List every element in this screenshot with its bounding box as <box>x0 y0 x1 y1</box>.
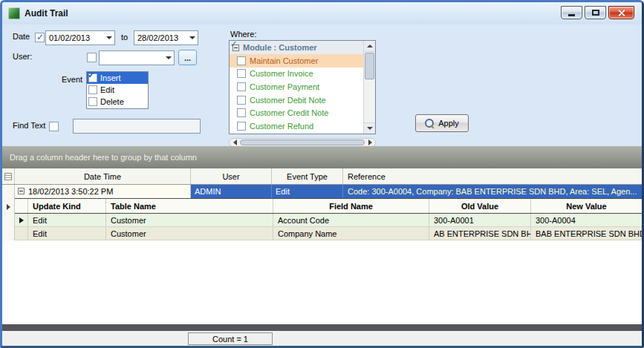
checkbox[interactable] <box>88 85 97 94</box>
detail-header-row: Update Kind Table Name Field Name Old Va… <box>15 198 642 214</box>
detail-grid: Update Kind Table Name Field Name Old Va… <box>15 198 642 240</box>
table-row[interactable]: Edit Customer Account Code 300-A0001 300… <box>15 214 642 227</box>
new-value-cell: 300-A0004 <box>531 214 642 226</box>
update-kind-cell: Edit <box>28 227 106 240</box>
checkbox[interactable] <box>88 97 97 106</box>
checkbox[interactable] <box>237 122 246 131</box>
scrollbar-thumb[interactable] <box>240 139 365 145</box>
old-value-cell: AB ENTERPRISE SDN BHD <box>429 227 531 240</box>
date-from-dropdown[interactable]: 01/02/2013 <box>45 30 115 45</box>
user-dropdown[interactable] <box>99 50 175 65</box>
detail-column-update-kind[interactable]: Update Kind <box>28 199 106 213</box>
where-list: Module : Customer Maintain Customer Cust… <box>229 40 376 134</box>
title-bar[interactable]: Audit Trail <box>2 2 642 24</box>
scroll-right-icon[interactable] <box>365 139 375 146</box>
user-checkbox[interactable] <box>87 53 97 62</box>
where-item[interactable]: Customer Debit Note <box>230 93 363 107</box>
group-by-text: Drag a column header here to group by th… <box>10 153 197 162</box>
checkbox[interactable] <box>237 108 246 117</box>
search-icon <box>425 119 435 128</box>
reference-cell: Code: 300-A0004, Company: BAB ENTERPRISE… <box>343 185 642 198</box>
date-from-value: 01/02/2013 <box>49 33 90 42</box>
apply-button[interactable]: Apply <box>415 114 469 132</box>
detail-column-field-name[interactable]: Field Name <box>273 199 429 213</box>
collapse-row-icon[interactable] <box>18 188 25 194</box>
where-vertical-scrollbar[interactable] <box>363 41 375 134</box>
find-text-label: Find Text <box>13 121 45 130</box>
minimize-button[interactable] <box>561 6 582 19</box>
record-arrow-icon <box>19 217 24 223</box>
checkbox[interactable] <box>237 82 246 91</box>
row-indicator-cell <box>2 185 15 198</box>
where-item-label: Customer Debit Note <box>250 96 326 105</box>
old-value-cell: 300-A0001 <box>429 214 531 226</box>
where-item-label: Customer Payment <box>250 82 319 91</box>
window-controls <box>561 6 634 19</box>
date-time-cell: 18/02/2013 3:50:22 PM <box>15 185 191 198</box>
column-header-date-time[interactable]: Date Time <box>15 168 191 184</box>
detail-column-table-name[interactable]: Table Name <box>106 199 273 213</box>
event-item-insert[interactable]: Insert <box>87 72 148 84</box>
date-to-dropdown[interactable]: 28/02/2013 <box>134 30 198 45</box>
where-item[interactable]: Customer Credit Note <box>230 106 363 119</box>
table-row[interactable]: Edit Customer Company Name AB ENTERPRISE… <box>15 227 642 240</box>
chevron-down-icon <box>106 36 112 39</box>
update-kind-cell: Edit <box>28 214 106 226</box>
checkbox[interactable] <box>237 56 246 65</box>
to-label: to <box>121 33 128 42</box>
minimize-icon <box>568 14 575 16</box>
where-item-label: Customer Refund <box>250 122 313 131</box>
row-expanded-arrow-icon <box>7 204 10 210</box>
event-item-label: Delete <box>100 97 124 106</box>
where-item[interactable]: Customer Payment <box>230 80 363 93</box>
scroll-left-icon[interactable] <box>230 139 240 146</box>
detail-column-new-value[interactable]: New Value <box>531 199 642 213</box>
scroll-up-icon[interactable] <box>364 41 375 52</box>
field-name-cell: Company Name <box>273 227 429 240</box>
detail-column-old-value[interactable]: Old Value <box>429 199 531 213</box>
date-time-value: 18/02/2013 3:50:22 PM <box>28 187 113 196</box>
record-count: Count = 1 <box>188 332 273 345</box>
grid-header-row: Date Time User Event Type Reference <box>2 168 642 185</box>
date-checkbox[interactable] <box>35 33 45 42</box>
chevron-down-icon <box>166 56 172 59</box>
row-indicator-cell <box>15 227 28 240</box>
close-button[interactable] <box>608 6 634 19</box>
column-header-event-type[interactable]: Event Type <box>272 168 343 184</box>
where-group-header[interactable]: Module : Customer <box>230 41 363 54</box>
maximize-icon <box>592 10 599 16</box>
column-header-reference[interactable]: Reference <box>343 168 642 184</box>
group-by-bar[interactable]: Drag a column header here to group by th… <box>2 146 642 168</box>
current-row-indicator <box>15 214 28 226</box>
find-text-checkbox[interactable] <box>49 122 59 131</box>
where-item[interactable]: Customer Invoice <box>230 68 363 81</box>
table-row[interactable]: 18/02/2013 3:50:22 PM ADMIN Edit Code: 3… <box>2 185 642 198</box>
event-type-cell: Edit <box>272 185 343 198</box>
scroll-down-icon[interactable] <box>364 122 375 134</box>
event-item-edit[interactable]: Edit <box>87 84 148 96</box>
user-label: User: <box>13 52 32 61</box>
where-item[interactable]: Customer Refund <box>230 119 363 133</box>
window-title: Audit Trail <box>25 8 68 19</box>
event-item-delete[interactable]: Delete <box>87 96 148 108</box>
event-label: Event <box>62 75 82 84</box>
user-browse-button[interactable]: ... <box>178 50 197 65</box>
close-icon <box>617 9 625 17</box>
expanded-row-indicator <box>2 198 15 240</box>
grid-footer-divider <box>2 324 642 331</box>
scrollbar-thumb[interactable] <box>365 53 374 79</box>
app-icon <box>8 7 20 19</box>
where-item-label: Customer Invoice <box>250 69 313 78</box>
maximize-button[interactable] <box>585 6 606 19</box>
checkbox[interactable] <box>237 96 246 105</box>
user-cell: ADMIN <box>191 185 272 198</box>
apply-button-label: Apply <box>438 119 459 128</box>
where-item[interactable]: Maintain Customer <box>230 54 363 68</box>
checkbox[interactable] <box>237 69 246 78</box>
grid-corner-button[interactable] <box>2 168 15 184</box>
date-label: Date <box>13 32 30 41</box>
column-header-user[interactable]: User <box>191 168 272 184</box>
find-text-input[interactable] <box>73 119 201 134</box>
new-value-cell: BAB ENTERPRISE SDN BHD <box>531 227 642 240</box>
detail-indicator-header <box>15 199 28 213</box>
